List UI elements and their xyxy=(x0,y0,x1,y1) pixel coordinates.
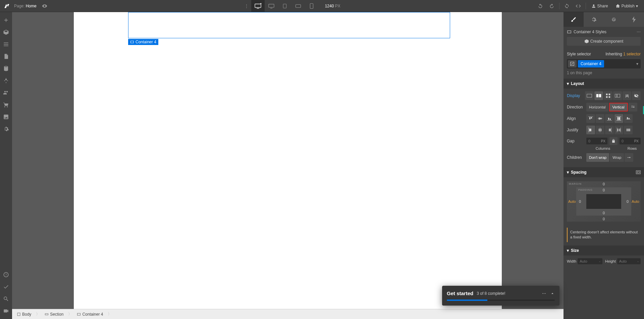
add-element-button[interactable] xyxy=(1,15,11,25)
svg-rect-8 xyxy=(131,41,134,43)
device-desktop-large-button[interactable]: ✦ xyxy=(251,0,265,12)
justify-around-button[interactable] xyxy=(624,126,633,134)
justify-start-button[interactable] xyxy=(586,126,595,134)
selector-state-dropdown[interactable]: ▾ xyxy=(635,60,640,67)
settings-tab[interactable] xyxy=(584,12,604,27)
users-button[interactable] xyxy=(1,88,11,97)
align-baseline-button[interactable] xyxy=(624,114,633,123)
justify-end-button[interactable] xyxy=(605,126,614,134)
cms-button[interactable] xyxy=(1,64,11,73)
class-tag[interactable]: Container 4 xyxy=(578,60,604,67)
pages-button[interactable] xyxy=(1,52,11,61)
children-nowrap-button[interactable]: Don't wrap xyxy=(586,153,609,162)
margin-bottom-input[interactable]: 0 xyxy=(603,217,605,221)
video-button[interactable] xyxy=(1,306,11,316)
display-block-button[interactable] xyxy=(585,91,594,100)
panel-more-icon[interactable]: ⋯ xyxy=(637,30,641,34)
gap-label: Gap xyxy=(567,139,584,143)
direction-vertical-button[interactable]: Vertical xyxy=(609,103,628,111)
code-icon[interactable] xyxy=(573,0,584,12)
padding-right-input[interactable]: 0 xyxy=(627,199,629,203)
direction-horizontal-button[interactable]: Horizontal xyxy=(586,103,608,111)
justify-center-button[interactable] xyxy=(596,126,604,134)
share-button[interactable]: Share xyxy=(588,0,611,12)
selected-element-outline[interactable]: Container 4 xyxy=(128,12,450,38)
align-start-button[interactable] xyxy=(586,114,595,123)
children-wrap-button[interactable]: Wrap xyxy=(610,153,624,162)
align-end-button[interactable] xyxy=(605,114,614,123)
style-selector-label: Style selector xyxy=(567,52,591,56)
effects-tab[interactable] xyxy=(624,12,644,27)
page-name[interactable]: Home xyxy=(26,4,37,8)
device-desktop-button[interactable] xyxy=(265,0,278,12)
device-mobile-landscape-button[interactable] xyxy=(291,0,305,12)
breadcrumb-container[interactable]: Container 4 xyxy=(73,311,106,318)
margin-right-input[interactable]: Auto xyxy=(632,199,639,203)
interactions-tab[interactable] xyxy=(604,12,624,27)
device-tablet-button[interactable] xyxy=(278,0,291,12)
settings-button[interactable] xyxy=(1,124,11,134)
gap-lock-button[interactable] xyxy=(609,137,618,145)
navigator-button[interactable] xyxy=(1,40,11,49)
redo-button[interactable] xyxy=(546,0,557,12)
assets-button[interactable] xyxy=(1,112,11,122)
sync-icon[interactable] xyxy=(561,0,572,12)
logic-button[interactable] xyxy=(1,76,11,85)
height-input[interactable]: Auto- xyxy=(617,258,641,264)
spacing-section-header[interactable]: ▾ Spacing xyxy=(564,167,644,177)
publish-button[interactable]: Publish ▾ xyxy=(612,0,641,12)
padding-top-input[interactable]: 0 xyxy=(603,188,605,192)
more-icon[interactable]: ⋮ xyxy=(245,4,249,8)
inheriting-label[interactable]: Inheriting 1 selector xyxy=(605,52,641,56)
ecommerce-button[interactable] xyxy=(1,100,11,109)
justify-between-button[interactable] xyxy=(614,126,623,134)
design-canvas[interactable]: Container 4 xyxy=(74,12,502,309)
style-tab[interactable] xyxy=(564,12,584,27)
display-inline-block-button[interactable] xyxy=(613,91,622,100)
display-grid-button[interactable] xyxy=(604,91,612,100)
children-reverse-button[interactable] xyxy=(625,153,633,162)
breadcrumb-section[interactable]: Section xyxy=(41,311,67,318)
undo-button[interactable] xyxy=(535,0,546,12)
caret-down-icon: ▾ xyxy=(567,170,569,175)
search-button[interactable] xyxy=(1,294,11,304)
components-button[interactable] xyxy=(1,28,11,37)
help-button[interactable]: ? xyxy=(1,270,11,279)
left-sidebar: ? xyxy=(0,12,12,319)
svg-rect-18 xyxy=(599,94,601,97)
gap-column-input[interactable]: PX xyxy=(586,138,607,144)
create-component-button[interactable]: Create component xyxy=(567,37,641,46)
more-icon[interactable]: ⋯ xyxy=(542,291,546,296)
display-flex-button[interactable] xyxy=(594,91,603,100)
size-section-header[interactable]: ▾ Size xyxy=(564,245,644,256)
align-center-button[interactable] xyxy=(596,114,604,123)
align-stretch-button[interactable] xyxy=(614,114,623,123)
preview-eye-icon[interactable] xyxy=(42,3,47,9)
audit-button[interactable] xyxy=(1,282,11,291)
collapse-icon[interactable] xyxy=(550,291,555,296)
direction-reverse-button[interactable] xyxy=(629,103,637,111)
device-mobile-button[interactable] xyxy=(305,0,318,12)
padding-bottom-input[interactable]: 0 xyxy=(603,211,605,215)
svg-rect-2 xyxy=(269,4,274,7)
layout-section-header[interactable]: ▾ Layout xyxy=(564,79,644,89)
svg-rect-10 xyxy=(45,314,48,315)
webflow-logo[interactable] xyxy=(3,2,11,10)
spacing-expand-icon[interactable] xyxy=(636,170,641,174)
width-input[interactable]: Auto- xyxy=(578,258,602,264)
display-inline-button[interactable]: |A| xyxy=(623,91,631,100)
margin-top-input[interactable]: 0 xyxy=(603,182,605,186)
breadcrumb-body[interactable]: Body xyxy=(13,311,35,318)
selection-badge[interactable]: Container 4 xyxy=(128,39,158,45)
canvas-width[interactable]: 1240 PX xyxy=(325,4,340,8)
selector-context-icon[interactable] xyxy=(568,60,577,67)
style-selector-input[interactable]: Container 4 ▾ xyxy=(567,59,641,69)
display-label[interactable]: Display xyxy=(567,93,583,98)
display-none-button[interactable] xyxy=(632,91,641,100)
gap-row-input[interactable]: PX xyxy=(620,138,641,144)
svg-rect-54 xyxy=(627,129,627,131)
svg-rect-39 xyxy=(627,117,628,119)
padding-left-input[interactable]: 0 xyxy=(579,199,581,203)
margin-left-input[interactable]: Auto xyxy=(568,199,576,203)
svg-rect-24 xyxy=(617,94,620,97)
